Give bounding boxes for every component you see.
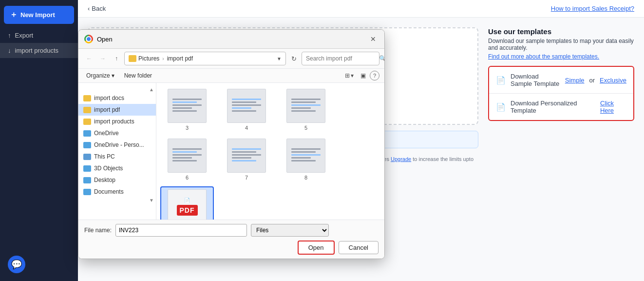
file-name: 3 [186,125,189,131]
file-thumbnail [286,139,325,173]
details-icon: ▣ [360,72,366,79]
pdf-icon: 📄 [184,198,190,203]
pdf-badge: PDF [177,205,198,216]
new-folder-label: New folder [124,72,152,79]
nav-back-button[interactable]: ← [83,53,95,64]
dialog-folder-sidebar: ▲ import docs import pdf import products… [78,83,156,220]
filename-input[interactable] [115,224,247,237]
file-item-5[interactable]: 5 [279,87,333,133]
search-bar: 🔍 [302,52,379,65]
filename-row: File name: Files [84,224,379,237]
dialog-title-left: Open [84,35,113,43]
view-chevron-icon: ▾ [351,72,354,79]
file-item-8[interactable]: 8 [279,137,333,182]
view-icon: ⊞ [345,72,350,79]
file-thumbnail [227,89,266,123]
scroll-up-icon: ▲ [149,87,154,92]
sidebar-item-import-products[interactable]: import products [78,116,156,127]
file-thumbnail [227,139,266,173]
breadcrumb-root: Pictures [138,55,159,62]
organize-label: Organize [86,72,110,79]
sidebar-item-desktop[interactable]: Desktop [78,174,156,186]
file-thumbnail [286,89,325,123]
cloud-icon [83,142,91,148]
file-name: 7 [245,175,248,181]
file-item-4[interactable]: 4 [220,87,273,133]
pdf-thumbnail: 📄 PDF [168,189,207,220]
breadcrumb-dropdown-icon[interactable]: ▼ [277,56,282,61]
folder-label: OneDrive - Perso... [94,141,144,148]
sidebar-item-this-pc[interactable]: This PC [78,151,156,162]
new-folder-button[interactable]: New folder [121,71,155,80]
file-open-dialog: Open ✕ ← → ↑ Pictures › import pdf ▼ ↻ 🔍 [78,29,385,259]
folder-label: This PC [94,153,115,160]
dialog-titlebar: Open ✕ [78,30,384,49]
details-pane-button[interactable]: ▣ [358,71,369,80]
nav-forward-button[interactable]: → [97,53,109,64]
filename-label: File name: [84,227,112,234]
file-name: 5 [304,125,307,131]
dialog-footer: File name: Files Open Cancel [78,220,384,259]
file-row-2: 6 7 8 [160,137,380,182]
nav-up-button[interactable]: ↑ [111,53,122,64]
breadcrumb-chevron-icon: › [162,56,164,61]
pc-icon [83,154,91,160]
cloud-icon [83,130,91,137]
chrome-icon [84,35,93,43]
file-item-6[interactable]: 6 [160,137,214,182]
folder-label: import pdf [94,106,120,113]
help-button[interactable]: ? [370,71,379,80]
folder-icon [83,107,91,113]
search-input[interactable] [306,55,379,62]
folder-icon [83,177,91,183]
file-name: 6 [186,175,189,181]
sidebar-item-import-pdf[interactable]: import pdf [78,104,156,116]
dialog-close-button[interactable]: ✕ [368,34,379,44]
folder-label: Desktop [94,177,115,183]
folder-icon [83,95,91,101]
file-row-1: 3 4 5 [160,87,380,133]
organize-chevron-icon: ▾ [112,72,114,79]
folder-label: 3D Objects [94,165,123,172]
organize-button[interactable]: Organize ▾ [83,71,117,80]
file-name: 4 [245,125,248,131]
breadcrumb-bar[interactable]: Pictures › import pdf ▼ [124,52,286,65]
file-item-3[interactable]: 3 [160,87,214,133]
dialog-second-toolbar: Organize ▾ New folder ⊞ ▾ ▣ ? [78,69,384,83]
view-toggle-button[interactable]: ⊞ ▾ [342,71,357,80]
file-item-inv223[interactable]: 📄 PDF INV223 [160,186,214,220]
file-item-7[interactable]: 7 [220,137,273,182]
refresh-button[interactable]: ↻ [288,53,300,64]
file-thumbnail [168,139,207,173]
file-thumbnail [168,89,207,123]
folder-icon [83,189,91,195]
folder-label: import products [94,118,134,125]
file-name: 8 [304,175,307,181]
footer-actions: Open Cancel [84,241,379,255]
search-icon[interactable]: 🔍 [379,55,385,62]
folder-icon [83,119,91,125]
folder-label: import docs [94,95,124,101]
view-buttons: ⊞ ▾ ▣ ? [342,71,379,80]
folder-icon [83,165,91,172]
breadcrumb-child: import pdf [167,55,193,62]
dialog-nav-toolbar: ← → ↑ Pictures › import pdf ▼ ↻ 🔍 [78,49,384,69]
folder-label: Documents [94,188,124,195]
scroll-down-icon: ▼ [149,198,154,203]
dialog-overlay: Open ✕ ← → ↑ Pictures › import pdf ▼ ↻ 🔍 [0,0,644,281]
cancel-button[interactable]: Cancel [339,241,379,254]
sidebar-item-onedrive[interactable]: OneDrive [78,127,156,139]
open-button[interactable]: Open [298,241,335,255]
sidebar-item-import-docs[interactable]: import docs [78,92,156,104]
file-grid: 3 4 5 [156,83,384,220]
breadcrumb-folder-icon [129,55,136,62]
filetype-select[interactable]: Files [251,224,329,237]
sidebar-item-documents[interactable]: Documents [78,186,156,198]
dialog-body: ▲ import docs import pdf import products… [78,83,384,220]
dialog-title: Open [97,36,113,43]
folder-label: OneDrive [94,130,119,137]
file-row-3: 📄 PDF INV223 [160,186,380,220]
sidebar-item-onedrive-personal[interactable]: OneDrive - Perso... [78,139,156,151]
sidebar-item-3d-objects[interactable]: 3D Objects [78,162,156,174]
